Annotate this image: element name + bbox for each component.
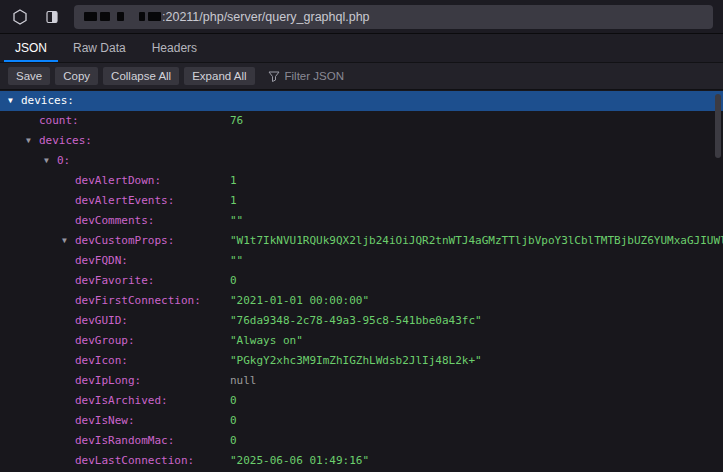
json-row[interactable]: devFirstConnection:"2021-01-01 00:00:00" bbox=[0, 291, 723, 311]
tab-headers[interactable]: Headers bbox=[139, 34, 210, 62]
json-key: devIsRandomMac: bbox=[75, 434, 174, 447]
expand-toggle-icon[interactable]: ▼ bbox=[8, 91, 21, 111]
json-row[interactable]: devFQDN:"" bbox=[0, 251, 723, 271]
json-value: "76da9348-2c78-49a3-95c8-541bbe0a43fc" bbox=[230, 311, 482, 331]
scrollbar-thumb[interactable] bbox=[715, 94, 721, 158]
dark-mode-contrast-icon[interactable] bbox=[42, 7, 62, 27]
json-row[interactable]: ▼devices: bbox=[0, 131, 723, 151]
json-row[interactable]: devFavorite:0 bbox=[0, 271, 723, 291]
json-key: devIsNew: bbox=[75, 414, 135, 427]
json-value: 0 bbox=[230, 411, 237, 431]
json-row[interactable]: devIsArchived:0 bbox=[0, 391, 723, 411]
json-row[interactable]: devLastConnection:"2025-06-06 01:49:16" bbox=[0, 451, 723, 471]
redacted-host-block bbox=[139, 12, 145, 21]
json-value: 0 bbox=[230, 271, 237, 291]
json-value: 76 bbox=[230, 111, 243, 131]
json-value: "PGkgY2xhc3M9ImZhIGZhLWdsb2JlIj48L2k+" bbox=[230, 351, 482, 371]
json-row[interactable]: devGroup:"Always on" bbox=[0, 331, 723, 351]
json-value: "2021-01-01 00:00:00" bbox=[230, 291, 369, 311]
json-value: "" bbox=[230, 251, 243, 271]
redacted-host-block bbox=[148, 12, 161, 21]
json-value: "Always on" bbox=[230, 331, 303, 351]
url-bar[interactable]: :20211/php/server/query_graphql.php bbox=[74, 5, 713, 29]
json-key: devices: bbox=[39, 134, 92, 147]
json-key: devFQDN: bbox=[75, 254, 128, 267]
json-value: 0 bbox=[230, 391, 237, 411]
filter-json-input[interactable] bbox=[285, 70, 445, 82]
json-key: devAlertEvents: bbox=[75, 194, 174, 207]
json-key: 0: bbox=[57, 154, 70, 167]
json-value: "" bbox=[230, 211, 243, 231]
json-row[interactable]: ▼devCustomProps:"W1t7IkNVU1RQUk9QX2ljb24… bbox=[0, 231, 723, 251]
json-key: devIsArchived: bbox=[75, 394, 168, 407]
redacted-host-block bbox=[100, 12, 110, 21]
expand-toggle-icon[interactable]: ▼ bbox=[26, 131, 39, 151]
json-row[interactable]: count:76 bbox=[0, 111, 723, 131]
expand-toggle-icon[interactable]: ▼ bbox=[44, 151, 57, 171]
save-button[interactable]: Save bbox=[8, 67, 50, 86]
json-key: devFavorite: bbox=[75, 274, 154, 287]
json-viewer-tabs: JSON Raw Data Headers bbox=[0, 34, 723, 63]
json-key: devIcon: bbox=[75, 354, 128, 367]
json-value: 1 bbox=[230, 191, 237, 211]
json-value: null bbox=[230, 371, 257, 391]
copy-button[interactable]: Copy bbox=[55, 67, 98, 86]
shield-hexagon-icon[interactable] bbox=[10, 7, 30, 27]
browser-toolbar: :20211/php/server/query_graphql.php bbox=[0, 0, 723, 34]
json-key: devFirstConnection: bbox=[75, 294, 201, 307]
filter-funnel-icon bbox=[268, 70, 280, 82]
json-row[interactable]: devAlertDown:1 bbox=[0, 171, 723, 191]
tab-raw-data[interactable]: Raw Data bbox=[60, 34, 139, 62]
url-path-text: :20211/php/server/query_graphql.php bbox=[162, 10, 370, 24]
json-key: devComments: bbox=[75, 214, 154, 227]
filter-json-wrap bbox=[268, 70, 445, 82]
json-row[interactable]: devIsNew:0 bbox=[0, 411, 723, 431]
json-value: "2025-06-06 01:49:16" bbox=[230, 451, 369, 471]
json-key: devLastConnection: bbox=[75, 454, 194, 467]
json-tree: ▼devices:count:76▼devices:▼0:devAlertDow… bbox=[0, 90, 723, 471]
json-value: 1 bbox=[230, 171, 237, 191]
collapse-all-button[interactable]: Collapse All bbox=[103, 67, 179, 86]
json-value: "W1t7IkNVU1RQUk9QX2ljb24iOiJQR2tnWTJ4aGM… bbox=[230, 231, 723, 251]
json-key: devices: bbox=[21, 94, 74, 107]
json-row[interactable]: ▼0: bbox=[0, 151, 723, 171]
json-value: 0 bbox=[230, 431, 237, 451]
json-key: devAlertDown: bbox=[75, 174, 161, 187]
json-key: devGroup: bbox=[75, 334, 135, 347]
json-key: devIpLong: bbox=[75, 374, 141, 387]
json-row[interactable]: devComments:"" bbox=[0, 211, 723, 231]
redacted-host-block bbox=[117, 12, 124, 21]
json-toolbar: Save Copy Collapse All Expand All bbox=[0, 63, 723, 90]
expand-all-button[interactable]: Expand All bbox=[184, 67, 254, 86]
json-row[interactable]: devIsRandomMac:0 bbox=[0, 431, 723, 451]
json-key: devGUID: bbox=[75, 314, 128, 327]
json-row[interactable]: devIpLong:null bbox=[0, 371, 723, 391]
tab-json[interactable]: JSON bbox=[2, 34, 60, 62]
json-row[interactable]: devIcon:"PGkgY2xhc3M9ImZhIGZhLWdsb2JlIj4… bbox=[0, 351, 723, 371]
json-key: devCustomProps: bbox=[75, 234, 174, 247]
json-row[interactable]: ▼devices: bbox=[0, 91, 723, 111]
expand-toggle-icon[interactable]: ▼ bbox=[62, 231, 75, 251]
json-row[interactable]: devGUID:"76da9348-2c78-49a3-95c8-541bbe0… bbox=[0, 311, 723, 331]
json-row[interactable]: devAlertEvents:1 bbox=[0, 191, 723, 211]
json-key: count: bbox=[39, 114, 79, 127]
redacted-host-block bbox=[84, 12, 97, 21]
